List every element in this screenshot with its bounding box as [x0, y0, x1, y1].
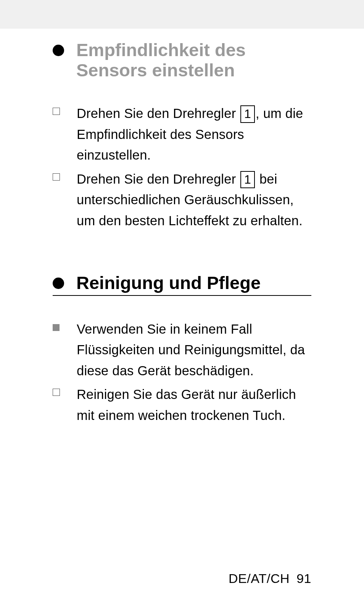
step-item: Drehen Sie den Drehregler 1, um die Empf… [53, 103, 311, 166]
section-heading-sensor: Empfindlichkeit des Sensors einstellen [53, 40, 311, 80]
step-item: Verwenden Sie in keinem Fall Flüssigkeit… [53, 319, 311, 381]
bullet-dot-icon [53, 45, 64, 56]
square-bullet-icon [53, 324, 60, 331]
checkbox-icon [53, 108, 60, 115]
section2-steps: Verwenden Sie in keinem Fall Flüssigkeit… [53, 319, 311, 426]
section-title: Empfindlichkeit des Sensors einstellen [76, 40, 311, 80]
step-item: Drehen Sie den Drehregler 1 bei untersch… [53, 169, 311, 231]
checkbox-icon [53, 173, 60, 181]
checkbox-icon [53, 389, 60, 396]
section1-steps: Drehen Sie den Drehregler 1, um die Empf… [53, 103, 311, 231]
section-heading-cleaning: Reinigung und Pflege [53, 273, 311, 296]
text-before: Drehen Sie den Drehregler [77, 106, 240, 121]
step-text: Drehen Sie den Drehregler 1 bei untersch… [77, 169, 311, 231]
locale-code: DE/AT/CH [229, 571, 290, 586]
manual-page: Empfindlichkeit des Sensors einstellen D… [0, 29, 364, 607]
step-text: Drehen Sie den Drehregler 1, um die Empf… [77, 103, 311, 166]
step-item: Reinigen Sie das Gerät nur äußer­lich mi… [53, 384, 311, 426]
page-number: 91 [296, 571, 311, 586]
text-before: Drehen Sie den Drehregler [77, 172, 240, 186]
bullet-dot-icon [53, 278, 64, 289]
section-title: Reinigung und Pflege [76, 273, 261, 293]
reference-number-box: 1 [240, 171, 255, 189]
reference-number-box: 1 [240, 105, 255, 123]
step-text: Verwenden Sie in keinem Fall Flüssigkeit… [77, 319, 311, 381]
page-footer: DE/AT/CH91 [229, 571, 311, 586]
step-text: Reinigen Sie das Gerät nur äußer­lich mi… [77, 384, 311, 426]
